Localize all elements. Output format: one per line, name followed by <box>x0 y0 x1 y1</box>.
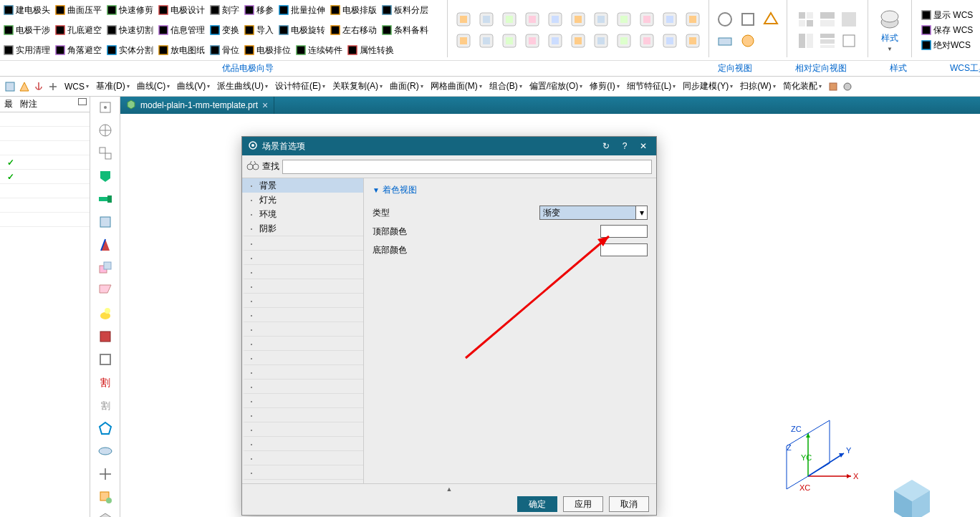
big-tool-icon[interactable] <box>455 32 472 49</box>
dialog-resize-handle[interactable]: ▲ <box>242 483 656 493</box>
ribbon-command[interactable]: 连续铸件 <box>294 44 344 57</box>
menu-item[interactable]: 基准(D)▾ <box>93 79 133 94</box>
wcs-command[interactable]: 保存 WCS <box>919 24 974 37</box>
document-tab[interactable]: model-plain-1-mm-template.prt × <box>120 97 274 114</box>
cube-icon[interactable] <box>827 81 839 92</box>
layout-icon[interactable] <box>840 11 858 28</box>
dialog-nav-item[interactable]: 阴影 <box>242 221 363 236</box>
reset-icon[interactable]: ↻ <box>599 139 613 153</box>
big-tool-icon[interactable] <box>478 11 495 28</box>
layout-icon[interactable] <box>819 32 836 49</box>
vtool-icon[interactable] <box>97 466 113 482</box>
vtool-icon[interactable] <box>97 306 113 322</box>
gear-icon[interactable] <box>842 81 853 92</box>
ribbon-command[interactable]: 批量拉伸 <box>277 4 327 17</box>
menu-item[interactable]: 扫掠(W)▾ <box>737 79 778 94</box>
big-tool-icon[interactable] <box>501 32 518 49</box>
vtool-icon[interactable] <box>97 329 113 344</box>
ribbon-command[interactable]: 变换 <box>208 24 241 37</box>
ribbon-command[interactable]: 条料备料 <box>380 24 430 37</box>
plus-icon[interactable] <box>47 81 59 92</box>
big-tool-icon[interactable] <box>547 32 564 49</box>
view-icon[interactable] <box>716 11 734 28</box>
big-tool-icon[interactable] <box>570 32 587 49</box>
menu-item[interactable]: 曲面(R)▾ <box>387 79 426 94</box>
view-icon[interactable] <box>739 32 756 49</box>
big-tool-icon[interactable] <box>592 32 610 49</box>
view-icon[interactable] <box>739 11 756 28</box>
wcs-command[interactable]: 绝对WCS <box>919 39 974 52</box>
section-header[interactable]: ▼ 着色视图 <box>373 184 648 196</box>
ribbon-command[interactable]: 板料分层 <box>380 4 430 17</box>
big-tool-icon[interactable] <box>478 32 495 49</box>
bottom-color-swatch[interactable] <box>600 243 648 256</box>
big-tool-icon[interactable] <box>615 32 633 49</box>
dialog-nav-item[interactable]: 灯光 <box>242 193 363 207</box>
layout-icon[interactable] <box>819 11 836 28</box>
vtool-icon[interactable] <box>97 420 113 436</box>
vtool-icon[interactable] <box>97 443 113 459</box>
vtool-icon[interactable] <box>97 260 113 276</box>
ok-button[interactable]: 确定 <box>517 496 557 512</box>
dialog-nav-item[interactable]: 背景 <box>242 178 363 193</box>
dialog-nav-item[interactable]: 环境 <box>242 207 363 221</box>
menu-item[interactable]: 曲线(C)▾ <box>134 79 173 94</box>
ribbon-command[interactable]: 移参 <box>242 4 275 17</box>
ribbon-command[interactable]: 放电图纸 <box>156 44 206 57</box>
ribbon-group-label[interactable]: 相对定向视图 <box>774 62 868 74</box>
big-tool-icon[interactable] <box>638 11 655 28</box>
ribbon-command[interactable]: 电极旋转 <box>277 24 327 37</box>
menu-item[interactable]: 设计特征(E)▾ <box>272 79 328 94</box>
vtool-icon[interactable] <box>97 352 113 367</box>
big-tool-icon[interactable] <box>684 11 701 28</box>
panel-collapse-icon[interactable] <box>78 98 87 105</box>
ribbon-command[interactable]: 左右移动 <box>328 24 378 37</box>
big-tool-icon[interactable] <box>661 32 678 49</box>
ribbon-group-label[interactable]: 定向视图 <box>696 62 774 74</box>
menu-item[interactable]: 修剪(I)▾ <box>587 79 622 94</box>
vtool-icon[interactable]: 割 <box>97 375 113 390</box>
ribbon-command[interactable]: 电极设计 <box>156 4 206 17</box>
ribbon-command[interactable]: 曲面压平 <box>53 4 103 17</box>
ribbon-command[interactable]: 快速切割 <box>105 24 155 37</box>
ribbon-group-label[interactable]: 优品电极向导 <box>201 62 295 74</box>
view-icon[interactable] <box>716 32 734 49</box>
menu-item[interactable]: 网格曲面(M)▾ <box>428 79 485 94</box>
search-input[interactable] <box>282 160 652 174</box>
vtool-icon[interactable] <box>97 214 113 230</box>
menu-item[interactable]: WCS▾ <box>62 79 92 94</box>
ribbon-command[interactable]: 电极干涉 <box>1 24 52 37</box>
tool-icon[interactable] <box>4 81 16 92</box>
menu-item[interactable]: 组合(B)▾ <box>486 79 525 94</box>
vtool-icon[interactable]: 割 <box>97 397 113 413</box>
view-icon[interactable] <box>762 11 779 28</box>
ribbon-group-label[interactable]: WCS工具 <box>928 62 980 74</box>
layout-icon[interactable] <box>797 11 815 28</box>
menu-item[interactable]: 曲线(V)▾ <box>174 79 213 94</box>
ribbon-command[interactable]: 导入 <box>242 24 275 37</box>
type-combo[interactable]: 渐变 <box>539 206 636 220</box>
ribbon-command[interactable]: 实体分割 <box>105 44 155 57</box>
layout-icon[interactable] <box>797 32 815 49</box>
apply-button[interactable]: 应用 <box>563 496 603 512</box>
big-tool-icon[interactable] <box>615 11 633 28</box>
vtool-icon[interactable] <box>97 512 113 517</box>
tab-close-icon[interactable]: × <box>262 100 268 111</box>
big-tool-icon[interactable] <box>524 11 541 28</box>
vtool-icon[interactable] <box>97 237 113 253</box>
vtool-icon[interactable] <box>97 145 113 161</box>
ribbon-command[interactable]: 刻字 <box>208 4 241 17</box>
big-tool-icon[interactable] <box>547 11 564 28</box>
ribbon-command[interactable]: 建电极头 <box>1 4 52 17</box>
big-tool-icon[interactable] <box>570 11 587 28</box>
vtool-icon[interactable] <box>97 100 113 115</box>
ribbon-command[interactable]: 信息管理 <box>156 24 206 37</box>
ribbon-command[interactable]: 骨位 <box>208 44 241 57</box>
close-icon[interactable]: ✕ <box>636 139 650 153</box>
ribbon-command[interactable]: 电极排版 <box>328 4 378 17</box>
combo-dropdown-icon[interactable]: ▾ <box>636 206 648 220</box>
top-color-swatch[interactable] <box>600 225 648 238</box>
layout-icon[interactable] <box>840 32 858 49</box>
big-tool-icon[interactable] <box>638 32 655 49</box>
big-tool-icon[interactable] <box>501 11 518 28</box>
